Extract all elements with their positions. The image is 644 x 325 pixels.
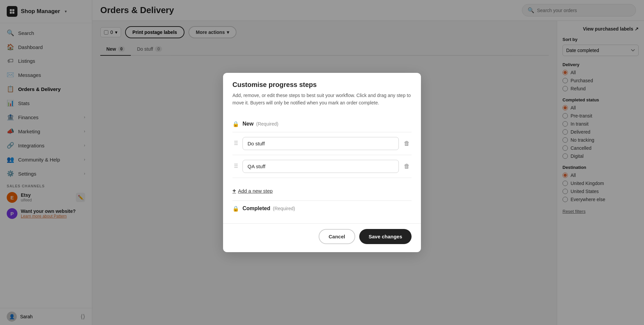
drag-handle-dostuff[interactable]: ⠿ — [232, 140, 239, 147]
step-required-completed: (Required) — [272, 206, 295, 211]
step-label-completed: Completed (Required) — [243, 205, 412, 212]
step-row-dostuff: ⠿ 🗑 — [232, 132, 412, 155]
add-step-row: + Add a new step — [232, 178, 412, 201]
delete-step-qastuff[interactable]: 🗑 — [402, 163, 412, 170]
drag-handle-qastuff[interactable]: ⠿ — [232, 162, 239, 170]
cancel-button[interactable]: Cancel — [319, 229, 355, 244]
plus-icon: + — [232, 187, 236, 194]
step-label-new: New (Required) — [243, 121, 412, 127]
modal-header: Customise progress steps Add, remove, or… — [223, 73, 421, 110]
modal-overlay: Customise progress steps Add, remove, or… — [0, 0, 644, 325]
step-row-qastuff: ⠿ 🗑 — [232, 155, 412, 178]
lock-icon-completed: 🔒 — [232, 205, 239, 212]
customise-steps-modal: Customise progress steps Add, remove, or… — [223, 73, 421, 252]
add-step-label: Add a new step — [238, 188, 273, 194]
step-input-qastuff[interactable] — [243, 160, 399, 173]
delete-step-dostuff[interactable]: 🗑 — [402, 140, 412, 147]
modal-body: 🔒 New (Required) ⠿ 🗑 ⠿ 🗑 + — [223, 111, 421, 223]
save-changes-button[interactable]: Save changes — [359, 229, 412, 244]
lock-icon-new: 🔒 — [232, 121, 239, 127]
step-row-completed: 🔒 Completed (Required) — [232, 201, 412, 217]
step-required-new: (Required) — [255, 121, 278, 127]
step-input-dostuff[interactable] — [243, 137, 399, 150]
modal-title: Customise progress steps — [232, 81, 412, 89]
add-step-button[interactable]: + Add a new step — [232, 183, 273, 196]
modal-description: Add, remove, or edit these steps to best… — [232, 92, 412, 106]
step-row-new: 🔒 New (Required) — [232, 116, 412, 132]
modal-footer: Cancel Save changes — [223, 223, 421, 252]
